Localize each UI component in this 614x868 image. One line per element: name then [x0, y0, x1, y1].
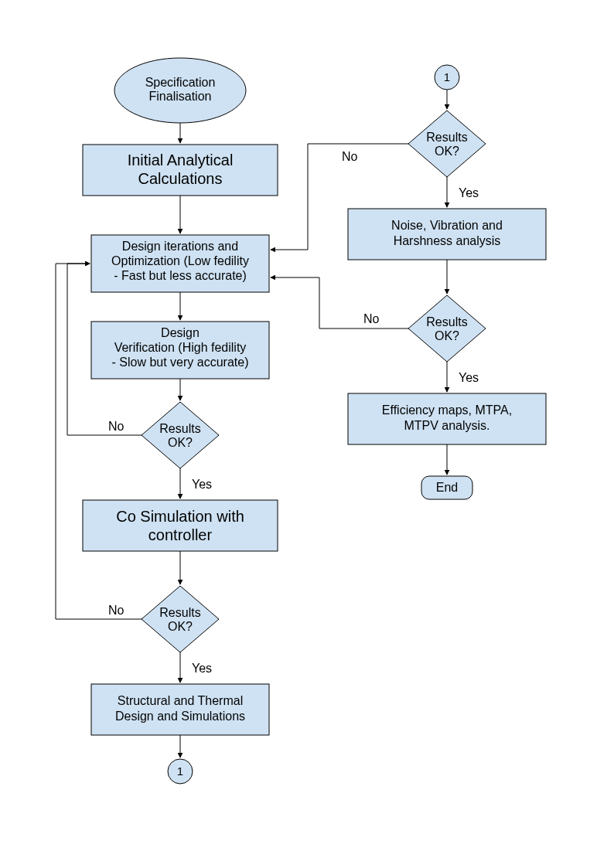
- node-initial-calc-line1: Initial Analytical: [128, 151, 234, 168]
- label-dec2-yes: Yes: [192, 662, 212, 675]
- node-iter-line1: Design iterations and: [122, 240, 238, 253]
- node-dec4-line1: Results: [426, 315, 467, 328]
- label-dec1-no: No: [108, 420, 125, 433]
- node-decision-4: [408, 295, 486, 362]
- node-eff-line2: MTPV analysis.: [404, 419, 489, 432]
- node-decision-3: [408, 111, 486, 177]
- node-iter-line2: Optimization (Low fedility: [111, 254, 249, 267]
- node-struct-line1: Structural and Thermal: [118, 694, 243, 707]
- node-dec4-line2: OK?: [435, 329, 459, 342]
- node-verify-line3: - Slow but very accurate): [112, 356, 249, 369]
- node-decision-1: [142, 402, 219, 468]
- edge-dec4-no: [271, 277, 408, 328]
- node-end-label: End: [436, 481, 458, 494]
- label-dec2-no: No: [108, 604, 125, 617]
- node-verify-line2: Verification (High fedility: [114, 341, 247, 354]
- node-iter-line3: - Fast but less accurate): [114, 269, 247, 282]
- flowchart-canvas: Specification Finalisation Initial Analy…: [0, 0, 614, 868]
- node-verify-line1: Design: [161, 326, 200, 339]
- node-dec3-line1: Results: [426, 131, 467, 144]
- label-dec4-yes: Yes: [459, 371, 479, 384]
- node-eff-line1: Efficiency maps, MTPA,: [382, 403, 512, 417]
- node-dec2-line1: Results: [159, 606, 200, 619]
- node-dec1-line2: OK?: [168, 436, 193, 449]
- node-nvh-line2: Harshness analysis: [394, 234, 501, 247]
- connector-1-out-label: 1: [177, 764, 183, 778]
- node-specification-line2: Finalisation: [149, 90, 212, 103]
- node-cosim-line1: Co Simulation with: [116, 508, 244, 525]
- node-struct-line2: Design and Simulations: [115, 710, 245, 723]
- connector-1-in-label: 1: [444, 70, 450, 83]
- label-dec1-yes: Yes: [192, 478, 212, 491]
- label-dec3-no: No: [342, 150, 358, 163]
- node-decision-2: [142, 586, 219, 652]
- node-dec1-line1: Results: [159, 422, 200, 435]
- node-nvh-line1: Noise, Vibration and: [391, 219, 503, 232]
- node-dec3-line2: OK?: [435, 145, 459, 158]
- node-initial-calc-line2: Calculations: [138, 170, 223, 187]
- node-dec2-line2: OK?: [168, 620, 193, 633]
- node-cosim-line2: controller: [148, 526, 213, 543]
- edge-dec2-no: [56, 264, 142, 619]
- label-dec4-no: No: [363, 312, 380, 325]
- node-specification-line1: Specification: [145, 76, 216, 89]
- label-dec3-yes: Yes: [459, 186, 479, 199]
